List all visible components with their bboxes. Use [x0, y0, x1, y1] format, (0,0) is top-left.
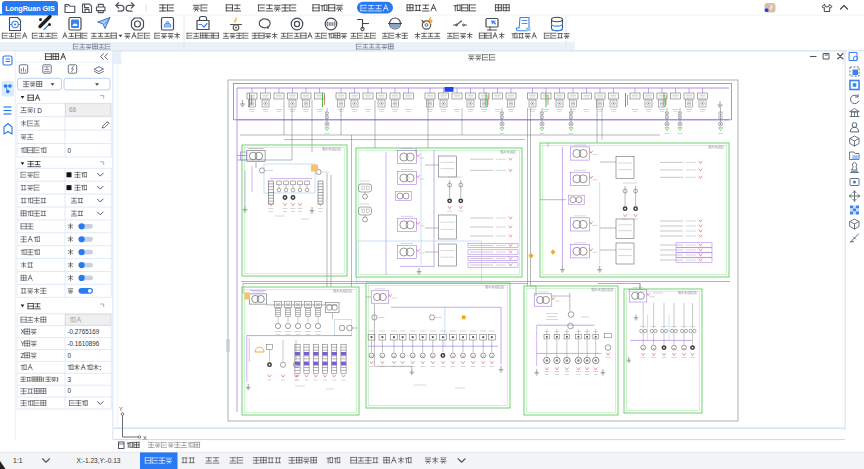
svg-text:(: ( — [43, 376, 45, 382]
svg-text:Y: Y — [119, 406, 123, 412]
svg-text:1:1: 1:1 — [13, 457, 23, 464]
svg-text::: : — [99, 364, 101, 371]
svg-text:0: 0 — [68, 387, 72, 394]
svg-text:-0.1610896: -0.1610896 — [68, 340, 100, 347]
svg-text:LongRuan GIS: LongRuan GIS — [5, 4, 55, 13]
svg-text:0: 0 — [68, 147, 72, 154]
svg-text:3: 3 — [68, 376, 72, 383]
svg-text:): ) — [57, 376, 59, 382]
svg-text:Z: Z — [21, 352, 25, 359]
svg-text:X:-1.23,Y:-0.13: X:-1.23,Y:-0.13 — [77, 457, 121, 464]
svg-text:X: X — [143, 435, 147, 441]
svg-text:-0.2765169: -0.2765169 — [68, 328, 100, 335]
svg-text:D: D — [37, 107, 42, 114]
svg-text:Y: Y — [21, 340, 26, 347]
svg-text:68: 68 — [69, 106, 77, 113]
svg-text:X: X — [21, 328, 26, 335]
svg-text:0: 0 — [68, 352, 72, 359]
svg-text:I: I — [34, 107, 36, 114]
